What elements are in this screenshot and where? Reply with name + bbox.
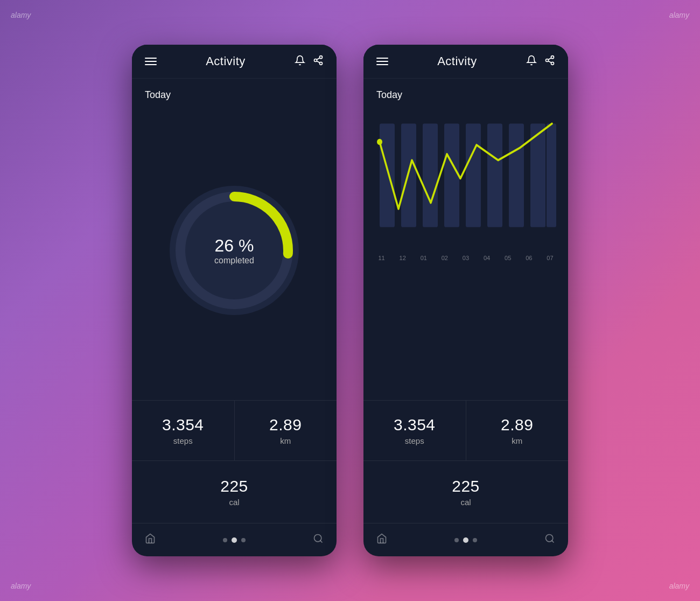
progress-percent: 26 % [214, 236, 254, 256]
phone2-km-stat: 2.89 km [466, 401, 569, 460]
phone2-km-value: 2.89 [501, 416, 533, 434]
phone2-chart-svg [369, 111, 563, 251]
svg-line-13 [548, 58, 551, 59]
phone2-x-label-1: 12 [400, 255, 406, 261]
phone1-share-icon[interactable] [313, 55, 324, 68]
phone2-x-label-0: 11 [378, 255, 384, 261]
svg-point-10 [546, 59, 549, 61]
phone2-steps-value: 3.354 [394, 416, 436, 434]
hamburger-line-2 [145, 61, 157, 62]
phone1-dot-2[interactable] [232, 537, 237, 543]
phone1-nav-left-icon[interactable] [145, 533, 156, 547]
phone1-steps-stat: 3.354 steps [132, 401, 235, 460]
phone2-dot-3[interactable] [473, 538, 477, 542]
phone-2: Activity Today [363, 45, 568, 556]
phone1-nav-dots [223, 537, 246, 543]
phone2-title: Activity [437, 54, 477, 68]
svg-line-3 [317, 61, 320, 62]
phone2-x-label-7: 06 [526, 255, 532, 261]
phone1-bottom-nav [132, 523, 337, 556]
hamburger-menu-button[interactable] [145, 58, 157, 65]
phone1-km-value: 2.89 [269, 416, 302, 434]
progress-label: completed [214, 256, 254, 265]
svg-line-8 [320, 541, 323, 543]
phone1-steps-unit: steps [173, 436, 193, 445]
svg-point-24 [546, 535, 553, 542]
phone2-nav-left-icon[interactable] [376, 533, 387, 547]
phone1-header: Activity [132, 45, 337, 79]
phone2-header: Activity [363, 45, 568, 79]
svg-line-12 [548, 61, 551, 62]
phone1-dot-1[interactable] [223, 538, 227, 542]
svg-rect-14 [380, 124, 395, 227]
phone2-hamburger-line-3 [376, 64, 388, 65]
phone2-chart-section: 11 12 01 02 03 04 05 06 07 [363, 106, 568, 400]
svg-rect-19 [487, 124, 502, 227]
phone2-dot-2[interactable] [463, 537, 468, 543]
phone2-nav-right-icon[interactable] [544, 533, 555, 547]
svg-point-23 [377, 139, 382, 145]
phone2-nav-dots [454, 537, 477, 543]
circular-progress: 26 % completed [170, 186, 299, 315]
phone1-nav-right-icon[interactable] [313, 533, 324, 547]
phone2-x-label-8: 07 [547, 255, 553, 261]
phone2-dot-1[interactable] [454, 538, 459, 542]
phone1-cal-unit: cal [229, 498, 239, 507]
watermark-bottom-right: alamy [669, 582, 689, 590]
phone2-steps-unit: steps [405, 436, 424, 445]
phone1-stats-section: 3.354 steps 2.89 km [132, 400, 337, 461]
svg-point-9 [551, 55, 554, 58]
phone1-bell-icon[interactable] [295, 55, 305, 68]
svg-line-4 [317, 58, 320, 59]
watermark-bottom-left: alamy [11, 582, 31, 590]
svg-rect-16 [423, 124, 438, 227]
phone2-steps-stat: 3.354 steps [363, 401, 466, 460]
phone1-km-stat: 2.89 km [235, 401, 337, 460]
phone2-hamburger-menu-button[interactable] [376, 58, 388, 65]
svg-point-11 [551, 62, 554, 65]
phone2-hamburger-line-2 [376, 61, 388, 62]
phone2-chart-x-labels: 11 12 01 02 03 04 05 06 07 [363, 251, 568, 261]
svg-point-0 [320, 55, 323, 58]
svg-rect-20 [509, 124, 524, 227]
watermark-top-right: alamy [669, 11, 689, 19]
phone2-today-label: Today [363, 79, 568, 106]
phone1-today-label: Today [132, 79, 337, 106]
phones-container: Activity Today [132, 45, 568, 556]
phone2-cal-unit: cal [460, 498, 471, 507]
phone2-hamburger-line-1 [376, 58, 388, 59]
phone-1: Activity Today [132, 45, 337, 556]
phone1-cal-section: 225 cal [132, 461, 337, 523]
phone1-steps-value: 3.354 [162, 416, 204, 434]
phone2-x-label-4: 03 [463, 255, 469, 261]
phone2-stats-section: 3.354 steps 2.89 km [363, 400, 568, 461]
svg-rect-22 [547, 124, 556, 227]
phone2-x-label-2: 01 [421, 255, 427, 261]
phone1-km-unit: km [280, 436, 291, 445]
phone2-header-right [526, 55, 555, 68]
hamburger-line-1 [145, 58, 157, 59]
svg-rect-18 [466, 124, 481, 227]
phone1-chart-section: 26 % completed [132, 106, 337, 400]
svg-line-25 [552, 541, 554, 543]
phone1-header-right [295, 55, 324, 68]
watermark-top-left: alamy [11, 11, 31, 19]
phone1-cal-value: 225 [220, 477, 248, 495]
phone2-x-label-3: 02 [442, 255, 448, 261]
phone2-bottom-nav [363, 523, 568, 556]
svg-point-1 [314, 59, 317, 61]
hamburger-line-3 [145, 64, 157, 65]
phone2-x-label-5: 04 [484, 255, 490, 261]
phone1-dot-3[interactable] [241, 538, 246, 542]
svg-point-2 [320, 62, 323, 65]
phone2-cal-value: 225 [452, 477, 480, 495]
phone2-bell-icon[interactable] [526, 55, 537, 68]
phone2-chart-container [363, 111, 568, 251]
phone2-x-label-6: 05 [505, 255, 511, 261]
svg-point-7 [314, 535, 321, 542]
phone2-cal-section: 225 cal [363, 461, 568, 523]
phone2-share-icon[interactable] [544, 55, 555, 68]
svg-rect-17 [444, 124, 459, 227]
phone1-title: Activity [206, 54, 246, 68]
progress-text: 26 % completed [214, 236, 254, 265]
